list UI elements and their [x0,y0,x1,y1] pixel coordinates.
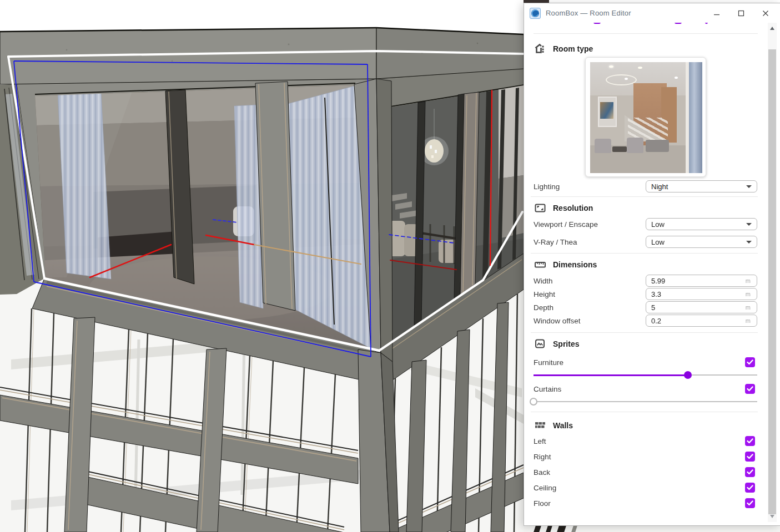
depth-unit: m [746,304,751,311]
wall-right-label: Right [534,453,745,461]
resolution-icon [534,202,546,214]
curtains-row: Curtains [534,383,755,395]
divider [531,412,758,412]
wall-row-back: Back [534,464,755,480]
wall-row-right: Right [534,449,755,464]
dimensions-ruler-icon [534,259,546,271]
section-label: Room type [553,44,593,53]
depth-row: Depth 5 m [534,301,757,313]
lighting-row: Lighting Night [534,180,757,192]
curtains-checkbox[interactable] [745,384,755,394]
curtains-label: Curtains [534,385,745,393]
window-offset-unit: m [746,317,751,324]
walls-brick-icon [534,419,546,432]
section-label: Resolution [553,204,593,212]
titlebar[interactable]: RoomBox — Room Editor [524,3,780,23]
section-walls: Walls [534,419,780,432]
room-type-thumbnail[interactable] [585,57,706,177]
height-row: Height 3.3 m [534,288,757,300]
lighting-dropdown[interactable]: Night [646,180,757,192]
height-value: 3.3 [651,290,746,298]
width-label: Width [534,277,646,285]
window-offset-row: Window offset 0.2 m [534,315,757,327]
section-dimensions: Dimensions [534,258,780,271]
scrolled-off-controls [534,23,758,34]
lighting-value: Night [651,183,743,191]
wall-right-checkbox[interactable] [745,452,755,462]
room-editor-window: RoomBox — Room Editor [524,3,780,526]
scrollbar-thumb[interactable] [768,49,776,514]
maximize-button[interactable] [737,9,746,18]
height-input[interactable]: 3.3 m [646,288,757,300]
window-offset-label: Window offset [534,317,646,325]
section-resolution: Resolution [534,201,780,215]
furniture-slider[interactable] [534,371,757,379]
slider-thumb[interactable] [684,371,692,379]
window-offset-value: 0.2 [651,317,746,325]
wall-back-label: Back [534,468,745,477]
vray-thea-label: V-Ray / Thea [534,238,646,246]
chevron-down-icon [746,185,752,188]
window-offset-input[interactable]: 0.2 m [646,315,757,327]
wall-row-ceiling: Ceiling [534,480,755,495]
wall-row-left: Left [534,433,755,449]
height-unit: m [746,291,751,297]
close-button[interactable] [761,9,770,18]
scene-strip-bottom [524,526,780,532]
section-label: Dimensions [553,260,597,269]
depth-value: 5 [651,303,746,312]
section-sprites: Sprites [534,337,780,351]
section-label: Sprites [553,340,579,348]
editor-content: Room type [524,23,780,516]
wall-floor-checkbox[interactable] [745,498,755,508]
wall-left-label: Left [534,437,745,445]
curtains-slider[interactable] [534,397,757,406]
wall-ceiling-label: Ceiling [534,484,745,492]
viewport-enscape-label: Viewport / Enscape [534,220,646,229]
slider-track[interactable] [534,401,757,402]
width-row: Width 5.99 m [534,275,757,287]
3d-viewport[interactable] [0,0,524,532]
lighting-label: Lighting [534,183,646,191]
chevron-down-icon [746,223,752,226]
vray-thea-row: V-Ray / Thea Low [534,236,757,248]
app-logo-icon [530,8,541,19]
furniture-label: Furniture [534,358,745,367]
slider-thumb[interactable] [530,398,537,406]
divider [531,332,758,333]
divider [531,253,758,254]
wall-back-checkbox[interactable] [745,467,755,477]
scrollbar[interactable] [768,23,777,522]
viewport-enscape-row: Viewport / Enscape Low [534,218,757,230]
width-unit: m [746,277,751,284]
viewport-enscape-dropdown[interactable]: Low [646,218,757,230]
scroll-up-arrow-icon[interactable] [768,24,777,33]
slider-fill [534,374,688,376]
room-type-icon [534,43,546,55]
minimize-button[interactable] [712,9,721,18]
viewport-enscape-value: Low [651,220,743,229]
wall-row-floor: Floor [534,495,755,511]
sprites-image-icon [534,338,546,350]
check-icon [747,386,753,392]
divider [531,196,758,197]
window-title: RoomBox — Room Editor [546,9,631,17]
width-value: 5.99 [651,277,746,285]
vray-thea-dropdown[interactable]: Low [646,236,757,248]
screen: RoomBox — Room Editor [0,0,780,532]
building-scene [0,0,524,532]
depth-input[interactable]: 5 m [646,301,757,313]
wall-ceiling-checkbox[interactable] [745,483,755,493]
furniture-checkbox[interactable] [745,357,755,367]
vray-thea-value: Low [651,238,743,246]
wall-left-checkbox[interactable] [745,436,755,446]
scroll-down-arrow-icon[interactable] [768,512,777,521]
wall-floor-label: Floor [534,499,745,508]
section-room-type: Room type [534,42,780,56]
room-preview-image [590,62,702,173]
width-input[interactable]: 5.99 m [646,275,757,287]
section-label: Walls [553,421,573,430]
depth-label: Depth [534,303,646,312]
check-icon [747,359,753,365]
height-label: Height [534,290,646,298]
